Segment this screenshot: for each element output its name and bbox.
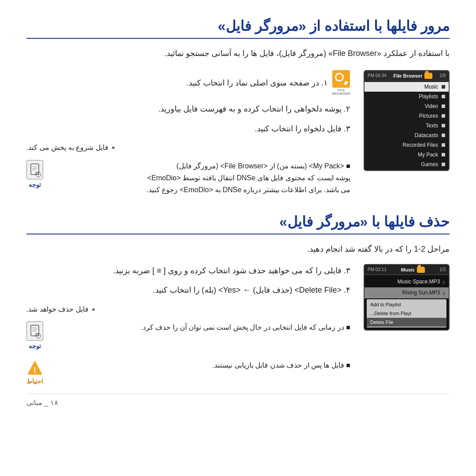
step1-text: ۱. در صفحه منوی اصلی نماد را انتخاب کنید…	[26, 76, 328, 90]
device1-folder-icon	[424, 73, 432, 79]
device2-folder-icon	[417, 267, 425, 273]
bullet-icon	[442, 153, 445, 156]
warning-svg: !	[26, 360, 43, 376]
device1-header: 1/9 File Browser 04:34 PM	[364, 71, 449, 81]
note1-box: ■ <My Pack> (بسته من) از <File Browser> …	[26, 160, 350, 196]
fb-icon-label: FILEBROWSER	[332, 89, 350, 97]
svg-line-11	[38, 335, 39, 336]
section1: مرور فایلها با استفاده از «مرورگر فایل» …	[26, 18, 450, 196]
section2-step4-sub-text: فایل حذف خواهد شد.	[26, 303, 89, 315]
section1-title: مرور فایلها با استفاده از «مرورگر فایل»	[26, 18, 450, 39]
bullet-icon	[442, 143, 445, 147]
device2-track2[interactable]: ♪ Rising Sun.MP3	[364, 287, 449, 298]
section1-instructions: FILEBROWSER ۱. در صفحه منوی اصلی نماد را…	[26, 70, 350, 196]
note2-box: ■ در زمانی که فایل انتخابی در حال پخش اس…	[26, 321, 350, 350]
note2-content: ■ در زمانی که فایل انتخابی در حال پخش اس…	[48, 321, 350, 333]
device1: 1/9 File Browser 04:34 PM Music Playlist…	[364, 70, 450, 171]
note2-text: ■ در زمانی که فایل انتخابی در حال پخش اس…	[48, 321, 350, 333]
svg-line-5	[38, 174, 39, 175]
context-add-playlist[interactable]: Add to Playlist	[367, 300, 446, 309]
svg-rect-0	[31, 164, 39, 175]
fb-icon-container: FILEBROWSER	[332, 70, 350, 97]
section2-content: 1/3 Music 03:11 PM ♪ Music Space.MP3 ♪ R…	[26, 264, 450, 385]
device1-item-texts[interactable]: Texts	[364, 121, 449, 130]
step1-row: FILEBROWSER ۱. در صفحه منوی اصلی نماد را…	[26, 70, 350, 97]
device1-title-area: File Browser	[393, 73, 432, 79]
device2-header: 1/3 Music 03:11 PM	[364, 265, 449, 275]
page-number: ١٨ _ مبانی	[26, 394, 450, 407]
bullet-icon	[442, 85, 445, 89]
note2-icon	[26, 321, 43, 341]
device1-item-music[interactable]: Music	[364, 82, 449, 92]
device1-counter: 1/9	[439, 73, 446, 78]
svg-rect-6	[31, 325, 39, 336]
svg-text:!: !	[33, 366, 36, 375]
device1-item-mypack[interactable]: My Pack	[364, 150, 449, 160]
step3-sub-text: فایل شروع به پخش می کند.	[26, 141, 108, 153]
device1-title: File Browser	[393, 73, 422, 78]
music-note-icon2: ♪	[443, 290, 446, 296]
device2-menu: ♪ Music Space.MP3 ♪ Rising Sun.MP3 Add t…	[364, 275, 449, 330]
device2-title: Music	[401, 267, 415, 272]
music-note-icon: ♪	[443, 279, 446, 285]
device1-item-games[interactable]: Games	[364, 160, 449, 169]
svg-point-10	[36, 333, 38, 336]
section1-intro: با استفاده از عملکرد «File Browser» (مرو…	[26, 47, 450, 60]
bullet-icon	[442, 104, 445, 108]
note1-side: توجه	[26, 160, 43, 188]
device2-track1[interactable]: ♪ Music Space.MP3	[364, 276, 449, 287]
section2-intro: مراحل 2-1 را که در بالا گفته شد انجام ده…	[26, 242, 450, 256]
note1-text: ■ <My Pack> (بسته من) از <File Browser> …	[48, 160, 350, 196]
warning-label: احتیاط	[26, 378, 43, 385]
bullet-icon	[442, 163, 445, 166]
bullet-icon	[442, 124, 445, 127]
context-menu: Add to Playlist Delete from Playl... Del…	[367, 299, 446, 327]
warning-box: ■ فایل ها پس از حذف شدن قابل بازیابی نیس…	[26, 359, 350, 385]
bullet-icon	[442, 95, 445, 98]
section-divider	[26, 200, 450, 213]
svg-point-4	[36, 172, 38, 175]
device2-time: 03:11 PM	[368, 267, 387, 272]
section2: حذف فایلها با «مرورگر فایل» مراحل 2-1 را…	[26, 213, 450, 385]
note1-content: ■ <My Pack> (بسته من) از <File Browser> …	[48, 160, 350, 196]
bullet-icon	[442, 134, 445, 137]
fb-icon-handle	[344, 81, 348, 86]
device2: 1/3 Music 03:11 PM ♪ Music Space.MP3 ♪ R…	[364, 264, 450, 331]
step1-label: ۱. در صفحه منوی اصلی نماد	[235, 78, 328, 87]
section2-step4: ۴. <Delete File> (حذف فایل) ← <Yes> (بله…	[26, 283, 350, 297]
step3-text: ۳. فایل دلخواه را انتخاب کنید.	[26, 122, 350, 136]
warning-triangle-icon: !	[26, 359, 43, 376]
device2-counter: 1/3	[439, 267, 446, 272]
context-delete-playlist[interactable]: Delete from Playl...	[367, 309, 446, 318]
warning-side: ! احتیاط	[26, 359, 43, 385]
note1-label: توجه	[29, 181, 41, 188]
device2-title-area: Music	[401, 267, 425, 273]
context-delete-file[interactable]: Delete File	[367, 318, 446, 327]
device1-time: 04:34 PM	[368, 73, 387, 78]
device1-item-pictures[interactable]: Pictures	[364, 111, 449, 121]
note2-side: توجه	[26, 321, 43, 350]
bullet-icon	[442, 114, 445, 118]
step3-sub: فایل شروع به پخش می کند.	[26, 141, 350, 153]
device1-item-recorded[interactable]: Recorded Files	[364, 140, 449, 150]
note2-label: توجه	[29, 342, 41, 350]
device1-item-playlists[interactable]: Playlists	[364, 92, 449, 101]
section2-step4-sub: فایل حذف خواهد شد.	[26, 303, 350, 315]
step2-text: ۲. پوشه دلخواهی را انتخاب کرده و به فهرس…	[26, 102, 350, 116]
file-browser-icon	[332, 70, 350, 88]
device1-item-datacasts[interactable]: Datacasts	[364, 130, 449, 140]
section2-title: حذف فایلها با «مرورگر فایل»	[26, 213, 450, 234]
device1-menu: Music Playlists Video Pictures	[364, 81, 449, 170]
section2-instructions: ۳. فایلی را که می خواهید حذف شود انتخاب …	[26, 264, 350, 385]
note2-svg-icon	[30, 325, 40, 337]
warning-text: ■ فایل ها پس از حذف شدن قابل بازیابی نیس…	[48, 359, 350, 371]
warning-content: ■ فایل ها پس از حذف شدن قابل بازیابی نیس…	[48, 359, 350, 371]
note1-icon	[26, 160, 43, 179]
device1-item-video[interactable]: Video	[364, 101, 449, 111]
fb-icon-lens	[335, 73, 344, 82]
step1-end: را انتخاب کنید.	[186, 78, 233, 87]
note-svg-icon	[30, 164, 40, 176]
section2-step3: ۳. فایلی را که می خواهید حذف شود انتخاب …	[26, 264, 350, 278]
section1-content: 1/9 File Browser 04:34 PM Music Playlist…	[26, 70, 450, 196]
page: مرور فایلها با استفاده از «مرورگر فایل» …	[0, 0, 476, 476]
